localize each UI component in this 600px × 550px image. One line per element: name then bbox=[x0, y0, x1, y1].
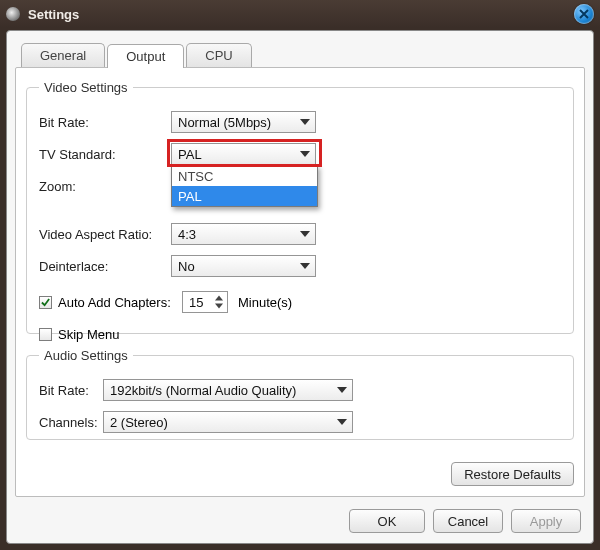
chevron-down-icon bbox=[337, 419, 347, 425]
dialog-panel: General Output CPU Video Settings Bit Ra… bbox=[6, 30, 594, 544]
label-tvstandard: TV Standard: bbox=[39, 147, 171, 162]
label-audio-channels: Channels: bbox=[39, 415, 103, 430]
chevron-down-icon bbox=[300, 263, 310, 269]
select-deinterlace[interactable]: No bbox=[171, 255, 316, 277]
label-audio-bitrate: Bit Rate: bbox=[39, 383, 103, 398]
select-aspect[interactable]: 4:3 bbox=[171, 223, 316, 245]
row-deinterlace: Deinterlace: No bbox=[39, 251, 561, 281]
chevron-down-icon bbox=[300, 151, 310, 157]
select-aspect-value: 4:3 bbox=[178, 227, 196, 242]
select-audio-channels[interactable]: 2 (Stereo) bbox=[103, 411, 353, 433]
tab-bar: General Output CPU bbox=[21, 43, 254, 67]
chevron-down-icon bbox=[300, 119, 310, 125]
audio-settings-legend: Audio Settings bbox=[39, 348, 133, 363]
dialog-footer: OK Cancel Apply bbox=[349, 509, 581, 533]
row-aspect: Video Aspect Ratio: 4:3 bbox=[39, 219, 561, 249]
app-icon bbox=[6, 7, 20, 21]
window-title: Settings bbox=[28, 7, 79, 22]
label-autochapters-unit: Minute(s) bbox=[238, 295, 292, 310]
row-skipmenu: Skip Menu bbox=[39, 319, 561, 349]
option-pal[interactable]: PAL bbox=[172, 186, 317, 206]
label-aspect: Video Aspect Ratio: bbox=[39, 227, 171, 242]
row-tvstandard: TV Standard: PAL NTSC PAL bbox=[39, 139, 561, 169]
row-audio-channels: Channels: 2 (Stereo) bbox=[39, 407, 561, 437]
video-settings-group: Video Settings Bit Rate: Normal (5Mbps) … bbox=[26, 80, 574, 334]
apply-button[interactable]: Apply bbox=[511, 509, 581, 533]
close-icon bbox=[578, 8, 590, 20]
tab-page-output: Video Settings Bit Rate: Normal (5Mbps) … bbox=[15, 67, 585, 497]
row-audio-bitrate: Bit Rate: 192kbit/s (Normal Audio Qualit… bbox=[39, 375, 561, 405]
restore-defaults-button[interactable]: Restore Defaults bbox=[451, 462, 574, 486]
settings-window: Settings General Output CPU Video Settin… bbox=[0, 0, 600, 550]
spinner-autochapters-value: 15 bbox=[189, 295, 203, 310]
select-audio-bitrate-value: 192kbit/s (Normal Audio Quality) bbox=[110, 383, 296, 398]
close-button[interactable] bbox=[574, 4, 594, 24]
option-ntsc[interactable]: NTSC bbox=[172, 166, 317, 186]
video-settings-legend: Video Settings bbox=[39, 80, 133, 95]
select-tvstandard-value: PAL bbox=[178, 147, 202, 162]
label-deinterlace: Deinterlace: bbox=[39, 259, 171, 274]
titlebar: Settings bbox=[0, 0, 600, 28]
spinner-arrows[interactable] bbox=[213, 294, 225, 310]
select-audio-bitrate[interactable]: 192kbit/s (Normal Audio Quality) bbox=[103, 379, 353, 401]
spinner-autochapters[interactable]: 15 bbox=[182, 291, 228, 313]
label-zoom: Zoom: bbox=[39, 179, 171, 194]
row-autochapters: Auto Add Chapters: 15 Minute(s) bbox=[39, 287, 561, 317]
chevron-down-icon bbox=[300, 231, 310, 237]
dropdown-tvstandard: NTSC PAL bbox=[171, 165, 318, 207]
select-audio-channels-value: 2 (Stereo) bbox=[110, 415, 168, 430]
cancel-button[interactable]: Cancel bbox=[433, 509, 503, 533]
select-deinterlace-value: No bbox=[178, 259, 195, 274]
label-bitrate: Bit Rate: bbox=[39, 115, 171, 130]
tab-cpu[interactable]: CPU bbox=[186, 43, 251, 67]
ok-button[interactable]: OK bbox=[349, 509, 425, 533]
tab-general[interactable]: General bbox=[21, 43, 105, 67]
select-bitrate[interactable]: Normal (5Mbps) bbox=[171, 111, 316, 133]
chevron-down-icon bbox=[215, 303, 223, 309]
chevron-down-icon bbox=[337, 387, 347, 393]
select-bitrate-value: Normal (5Mbps) bbox=[178, 115, 271, 130]
label-skipmenu: Skip Menu bbox=[58, 327, 119, 342]
checkbox-skipmenu[interactable] bbox=[39, 328, 52, 341]
chevron-up-icon bbox=[215, 295, 223, 301]
tab-output[interactable]: Output bbox=[107, 44, 184, 68]
checkbox-autochapters[interactable] bbox=[39, 296, 52, 309]
row-bitrate: Bit Rate: Normal (5Mbps) bbox=[39, 107, 561, 137]
audio-settings-group: Audio Settings Bit Rate: 192kbit/s (Norm… bbox=[26, 348, 574, 440]
label-autochapters: Auto Add Chapters: bbox=[58, 295, 182, 310]
select-tvstandard[interactable]: PAL bbox=[171, 143, 316, 165]
